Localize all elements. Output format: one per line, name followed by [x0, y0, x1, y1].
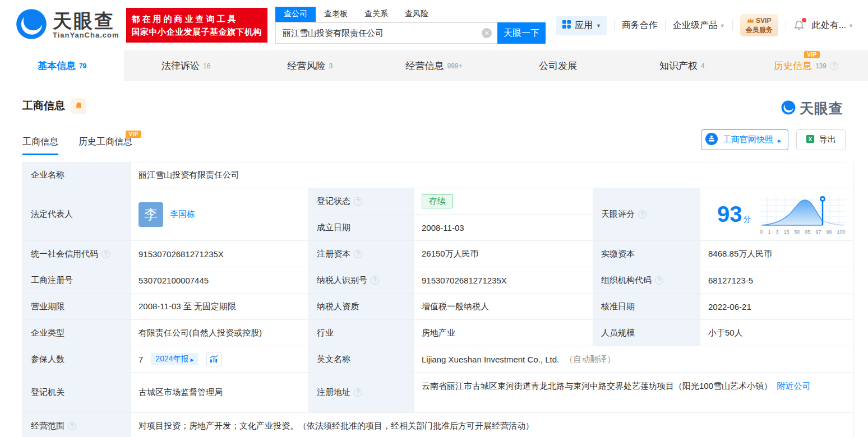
help-icon[interactable]	[830, 62, 838, 70]
field-label-credit-code: 统一社会信用代码	[23, 241, 131, 267]
field-label-reg-address: 注册地址	[309, 373, 414, 413]
svip-label: SVIP	[756, 16, 771, 25]
search-tab-risk[interactable]: 查风险	[396, 7, 437, 22]
field-value-taxpayer-id: 91530702681271235X	[414, 267, 593, 294]
username: 此处有...	[812, 20, 846, 31]
apps-menu-button[interactable]: 应用	[556, 16, 607, 35]
excel-icon	[806, 134, 815, 145]
notification-bell-button[interactable]	[793, 20, 805, 31]
field-label-org-code: 组织机构代码	[593, 267, 700, 294]
nav-enterprise[interactable]: 企业级产品	[673, 20, 725, 31]
watermark-text: 天眼查	[800, 99, 843, 118]
subtab-history-business-info[interactable]: VIP 历史工商信息	[79, 136, 132, 155]
annual-report-badge[interactable]: 2024年报	[151, 353, 198, 365]
field-value-legal-rep: 李 李国栋	[131, 188, 309, 241]
divider	[665, 20, 666, 30]
field-label-paid-capital: 实缴资本	[593, 241, 700, 267]
search-input[interactable]	[276, 29, 497, 38]
user-menu[interactable]: 此处有...	[812, 20, 853, 31]
tab-label: 历史信息	[774, 61, 812, 71]
vip-badge: VIP	[126, 131, 141, 138]
field-label-reg-authority: 登记机关	[23, 373, 131, 413]
legal-rep-link[interactable]: 李国栋	[170, 209, 195, 220]
tab-label: 经营信息	[405, 59, 444, 72]
tab-intellectual-property[interactable]: 知识产权 4	[620, 50, 744, 81]
search-button[interactable]: 天眼一下	[497, 22, 546, 44]
field-label-industry: 行业	[309, 320, 414, 346]
tab-history-info[interactable]: VIP 历史信息 139	[744, 50, 868, 81]
nav-enterprise-label: 企业级产品	[673, 20, 718, 31]
field-label-business-scope: 经营范围	[23, 413, 131, 437]
nav-cooperation[interactable]: 商务合作	[622, 20, 658, 31]
help-icon[interactable]	[655, 276, 663, 285]
apps-grid-icon	[562, 20, 571, 31]
top-nav: 应用 商务合作 企业级产品 SVIP 会员服务 此处有...	[556, 14, 853, 36]
tianyancha-logo-icon	[781, 100, 796, 117]
tab-legal-litigation[interactable]: 法律诉讼 16	[124, 50, 248, 81]
field-label-reg-number: 工商注册号	[23, 267, 131, 294]
chevron-down-icon	[596, 22, 601, 29]
brand-domain: TianYanCha.com	[53, 31, 119, 39]
field-value-establish-date: 2008-11-03	[414, 215, 593, 241]
search-tab-relation[interactable]: 查关系	[356, 7, 396, 22]
divider	[732, 20, 733, 30]
field-value-tyc-score[interactable]: 93分 0131550859799100	[700, 188, 854, 241]
field-label-reg-status: 登记状态	[309, 188, 414, 215]
help-icon[interactable]	[101, 250, 110, 258]
official-snapshot-button[interactable]: 工商官网快照	[701, 129, 788, 150]
tab-operation-info[interactable]: 经营信息 999+	[372, 50, 496, 81]
help-icon[interactable]	[354, 250, 362, 258]
tab-company-development[interactable]: 公司发展	[496, 50, 620, 81]
watermark-logo: 天眼查	[781, 99, 843, 118]
tab-operation-risk[interactable]: 经营风险 3	[248, 50, 372, 81]
tab-label: 经营风险	[288, 59, 326, 72]
help-icon[interactable]	[68, 422, 76, 430]
search-tab-company[interactable]: 查公司	[275, 7, 316, 22]
help-icon[interactable]	[354, 197, 362, 206]
field-label-staff-size: 人员规模	[593, 320, 700, 346]
tianyancha-logo[interactable]: 天眼查 TianYanCha.com	[16, 8, 119, 42]
monitor-bell-button[interactable]	[71, 98, 86, 114]
search-input-wrap	[275, 22, 497, 44]
chevron-down-icon	[720, 22, 725, 29]
legal-rep-avatar[interactable]: 李	[138, 202, 163, 227]
export-button[interactable]: 导出	[796, 129, 846, 150]
field-value-staff-size: 小于50人	[700, 320, 854, 346]
field-label-business-term: 营业期限	[23, 294, 131, 320]
search-tabs: 查公司 查老板 查关系 查风险	[275, 7, 546, 22]
tab-label: 基本信息	[38, 59, 76, 72]
clear-icon[interactable]	[482, 28, 492, 38]
brand-name: 天眼查	[53, 11, 119, 31]
field-label-taxpayer-quality: 纳税人资质	[309, 294, 414, 320]
tab-count: 3	[329, 62, 333, 70]
subtab-business-info[interactable]: 工商信息	[22, 136, 58, 155]
field-label-legal-rep: 法定代表人	[23, 188, 131, 241]
field-value-company-type: 有限责任公司(自然人投资或控股)	[131, 320, 309, 346]
tab-label: 知识产权	[659, 59, 698, 72]
divider	[786, 20, 786, 30]
svip-member-button[interactable]: SVIP 会员服务	[740, 14, 778, 36]
field-label-company-name: 企业名称	[23, 162, 131, 188]
score-axis: 0131550859799100	[760, 229, 846, 235]
help-icon[interactable]	[371, 276, 379, 285]
field-value-reg-capital: 26150万人民币	[414, 241, 593, 267]
business-info-table: 企业名称 丽江雪山投资有限责任公司 法定代表人 李 李国栋 登记状态 存续 成立…	[22, 162, 846, 437]
search-tab-boss[interactable]: 查老板	[316, 7, 356, 22]
tab-count: 999+	[447, 62, 462, 70]
insured-trend-chart-button[interactable]	[206, 352, 222, 366]
nearby-companies-link[interactable]: 附近公司	[777, 381, 810, 390]
help-icon[interactable]	[354, 388, 362, 397]
status-badge[interactable]: 存续	[422, 194, 453, 208]
tab-basic-info[interactable]: 基本信息 79	[0, 50, 124, 81]
subtab-label: 历史工商信息	[79, 137, 132, 146]
field-value-reg-authority: 古城区市场监督管理局	[131, 373, 309, 413]
score-distribution-chart: 0131550859799100	[760, 194, 846, 235]
arrow-right-icon	[191, 355, 194, 364]
field-label-taxpayer-id: 纳税人识别号	[309, 267, 414, 294]
tab-count: 4	[701, 62, 705, 70]
field-label-company-type: 企业类型	[23, 320, 131, 346]
help-icon[interactable]	[638, 210, 647, 218]
crown-icon	[747, 16, 754, 25]
score-value: 93分	[717, 202, 751, 227]
field-label-tyc-score: 天眼评分	[593, 188, 700, 241]
